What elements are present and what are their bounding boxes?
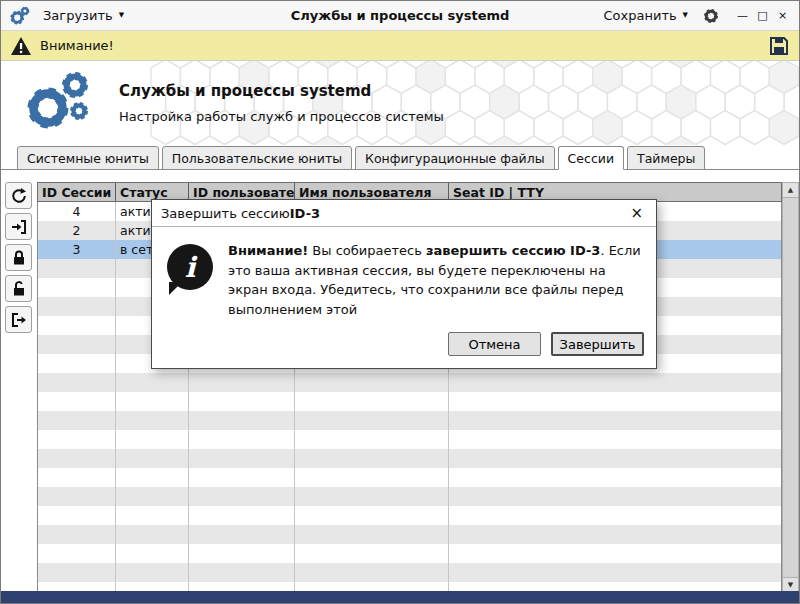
table-cell xyxy=(38,544,116,563)
minimize-button[interactable]: — xyxy=(734,7,751,24)
table-cell xyxy=(38,392,116,411)
terminate-session-dialog: Завершить сессию ID-3 × i Внимание! Вы с… xyxy=(151,199,657,369)
table-row[interactable] xyxy=(38,411,781,430)
table-row[interactable] xyxy=(38,373,781,392)
cancel-button[interactable]: Отмена xyxy=(448,332,541,356)
table-cell xyxy=(295,506,449,525)
app-logo-gears-icon xyxy=(17,70,99,136)
table-cell xyxy=(116,525,189,544)
dialog-message: Внимание! Вы собираетесь завершить сесси… xyxy=(228,241,642,319)
close-button[interactable]: × xyxy=(774,7,791,24)
table-row[interactable] xyxy=(38,506,781,525)
table-cell xyxy=(449,468,781,487)
maximize-button[interactable]: □ xyxy=(754,7,771,24)
tab-5[interactable]: Таймеры xyxy=(627,146,705,170)
table-cell xyxy=(38,335,116,354)
table-cell xyxy=(295,392,449,411)
app-window: Загрузить ▼ Службы и процессы systemd Со… xyxy=(0,0,800,604)
table-row[interactable] xyxy=(38,525,781,544)
table-cell xyxy=(295,449,449,468)
unlock-session-button[interactable] xyxy=(5,275,32,302)
table-cell xyxy=(38,316,116,335)
info-icon: i xyxy=(167,244,213,290)
settings-gear-icon[interactable] xyxy=(702,7,720,25)
scrollbar-thumb[interactable] xyxy=(783,198,798,577)
save-menu-label: Сохранить xyxy=(603,8,676,23)
tab-bar: Системные юнитыПользовательские юнитыКон… xyxy=(1,145,799,170)
table-cell xyxy=(295,468,449,487)
table-cell xyxy=(38,259,116,278)
table-row[interactable] xyxy=(38,468,781,487)
unlock-icon xyxy=(10,280,28,298)
table-cell xyxy=(38,430,116,449)
scrollbar-track[interactable] xyxy=(783,198,798,577)
refresh-button[interactable] xyxy=(5,182,32,209)
table-cell xyxy=(38,449,116,468)
table-cell: 4 xyxy=(38,202,116,221)
message-segment: завершить сессию ID-3 xyxy=(426,243,600,258)
table-cell xyxy=(116,449,189,468)
table-row[interactable] xyxy=(38,430,781,449)
table-cell xyxy=(38,563,116,582)
table-cell xyxy=(449,563,781,582)
table-row[interactable] xyxy=(38,449,781,468)
table-row[interactable] xyxy=(38,487,781,506)
logout-icon xyxy=(10,311,28,329)
tab-3[interactable]: Конфигурационные файлы xyxy=(355,146,555,170)
lock-icon xyxy=(10,249,28,267)
table-cell xyxy=(295,544,449,563)
table-cell xyxy=(116,487,189,506)
titlebar: Загрузить ▼ Службы и процессы systemd Со… xyxy=(1,1,799,31)
scroll-down-icon[interactable]: ▼ xyxy=(783,577,798,592)
chevron-down-icon: ▼ xyxy=(683,12,688,19)
table-row[interactable] xyxy=(38,392,781,411)
footer-bar xyxy=(1,591,799,603)
tab-4[interactable]: Сессии xyxy=(558,146,624,170)
table-cell: 2 xyxy=(38,221,116,240)
table-cell xyxy=(38,468,116,487)
confirm-terminate-button[interactable]: Завершить xyxy=(551,332,644,356)
tab-1[interactable]: Системные юниты xyxy=(17,146,159,170)
table-cell xyxy=(189,373,295,392)
load-menu-button[interactable]: Загрузить ▼ xyxy=(37,5,130,26)
window-controls: — □ × xyxy=(734,7,791,24)
side-toolbar xyxy=(1,170,37,593)
table-cell xyxy=(116,468,189,487)
vertical-scrollbar[interactable]: ▲ ▼ xyxy=(782,182,799,593)
table-cell xyxy=(38,525,116,544)
terminate-session-button[interactable] xyxy=(5,306,32,333)
save-disk-icon[interactable] xyxy=(768,35,790,57)
table-cell xyxy=(38,487,116,506)
app-gears-icon[interactable] xyxy=(9,5,31,27)
table-cell xyxy=(449,544,781,563)
table-row[interactable] xyxy=(38,563,781,582)
table-cell xyxy=(38,373,116,392)
dialog-title: Завершить сессию xyxy=(161,206,290,221)
table-cell xyxy=(449,392,781,411)
scroll-up-icon[interactable]: ▲ xyxy=(783,183,798,198)
table-cell xyxy=(116,563,189,582)
chevron-down-icon: ▼ xyxy=(119,12,124,19)
table-cell xyxy=(295,411,449,430)
table-cell xyxy=(189,468,295,487)
table-cell xyxy=(189,449,295,468)
lock-session-button[interactable] xyxy=(5,244,32,271)
tab-2[interactable]: Пользовательские юниты xyxy=(162,146,352,170)
table-cell xyxy=(449,430,781,449)
login-session-button[interactable] xyxy=(5,213,32,240)
dialog-close-icon[interactable]: × xyxy=(626,204,647,222)
table-cell xyxy=(38,278,116,297)
load-menu-label: Загрузить xyxy=(43,8,113,23)
table-row[interactable] xyxy=(38,544,781,563)
table-cell xyxy=(116,411,189,430)
table-cell xyxy=(116,373,189,392)
table-cell xyxy=(116,392,189,411)
table-cell xyxy=(449,506,781,525)
table-cell xyxy=(116,506,189,525)
column-header[interactable]: ID Сессии xyxy=(38,183,116,201)
table-cell xyxy=(189,525,295,544)
save-menu-button[interactable]: Сохранить ▼ xyxy=(597,5,694,26)
table-cell xyxy=(189,411,295,430)
dialog-body: i Внимание! Вы собираетесь завершить сес… xyxy=(152,227,656,325)
warning-triangle-icon xyxy=(10,36,32,56)
